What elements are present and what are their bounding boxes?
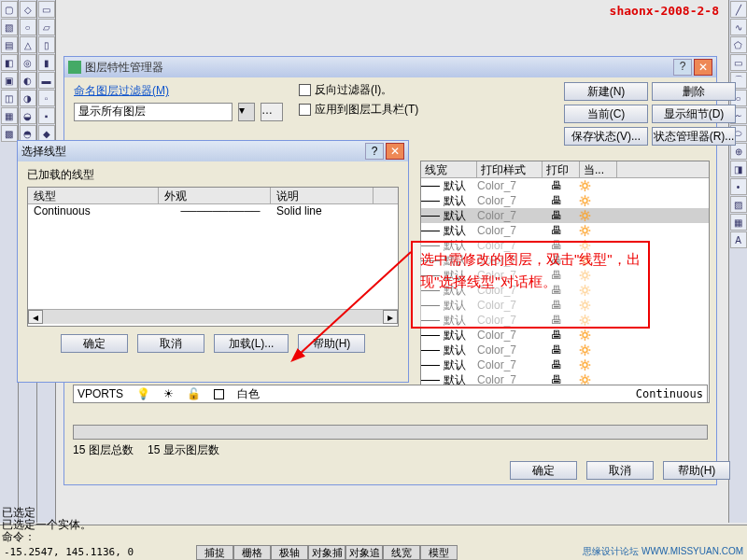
filter-combo[interactable]: 显示所有图层 (74, 103, 233, 121)
hatch-tool-icon[interactable]: ▨ (730, 196, 747, 213)
layer-row[interactable]: 默认Color_7🖶🔅 (421, 328, 709, 343)
linetype-row[interactable]: Continuous ────────── Solid line (28, 204, 398, 219)
tool-icon[interactable]: ◐ (20, 72, 36, 89)
tool-icon[interactable]: ◧ (1, 54, 18, 71)
color-name: 白色 (237, 386, 260, 402)
layer-row[interactable]: 默认Color_7🖶🔅 (421, 343, 709, 357)
tool-icon[interactable]: △ (20, 36, 36, 53)
layer-row[interactable]: 默认Color_7🖶🔅 (421, 178, 709, 193)
mode-toggle-极轴[interactable]: 极轴 (271, 545, 308, 560)
col-description[interactable]: 说明 (271, 188, 374, 203)
new-button[interactable]: 新建(N) (564, 82, 648, 101)
svg-line-0 (299, 252, 411, 355)
tool-icon[interactable]: ◫ (1, 90, 18, 106)
layer-action-buttons: 新建(N) 删除 当前(C) 显示细节(D) 保存状态(V)... 状态管理器(… (564, 82, 736, 146)
delete-button[interactable]: 删除 (652, 82, 736, 101)
ok-button[interactable]: 确定 (61, 334, 128, 353)
reverse-filter-checkbox[interactable] (299, 84, 311, 96)
help-button-icon[interactable]: ? (673, 59, 692, 76)
layer-dialog-titlebar[interactable]: 图层特性管理器 ? ✕ (64, 57, 716, 77)
layer-dialog-bottom-buttons: 确定 取消 帮助(H) (510, 461, 730, 480)
col-lineweight[interactable]: 线宽 (421, 161, 477, 177)
mode-toggle-线宽[interactable]: 线宽 (383, 545, 420, 560)
combo-dropdown-icon[interactable]: ▾ (238, 103, 255, 121)
horizontal-scrollbar[interactable] (73, 425, 708, 440)
watermark: shaonx-2008-2-8 (610, 4, 719, 18)
tool-icon[interactable]: ▮ (38, 54, 55, 71)
cmd-line: 已选定一个实体。 (2, 519, 684, 531)
tool-icon[interactable]: ◒ (20, 107, 36, 124)
tool-icon[interactable]: ▦ (1, 107, 18, 124)
help-button[interactable]: 帮助(H) (663, 461, 730, 480)
bulb-icon[interactable]: 💡 (136, 387, 150, 400)
scroll-left-icon[interactable]: ◂ (28, 310, 43, 324)
linetype-cell[interactable]: Continuous (636, 387, 703, 400)
help-button-icon[interactable]: ? (365, 143, 384, 160)
linetype-desc: Solid line (276, 204, 322, 219)
sun-icon[interactable]: ☀ (163, 387, 174, 400)
col-current[interactable]: 当... (580, 161, 617, 177)
mode-toggle-对象追踪[interactable]: 对象追踪 (345, 545, 383, 560)
layer-full-row[interactable]: VPORTS 💡 ☀ 🔓 白色 Continuous (73, 385, 708, 403)
mode-toggle-模型[interactable]: 模型 (420, 545, 458, 560)
rect-tool-icon[interactable]: ▭ (730, 54, 747, 71)
layer-row[interactable]: 默认Color_7🖶🔅 (421, 223, 709, 238)
cancel-button[interactable]: 取消 (586, 461, 654, 480)
polygon-tool-icon[interactable]: ⬠ (730, 36, 747, 53)
linetype-header[interactable]: 线型 外观 说明 (28, 188, 398, 204)
layer-row[interactable]: 默认Color_7🖶🔅 (421, 193, 709, 208)
cancel-button[interactable]: 取消 (137, 334, 204, 353)
tool-icon[interactable]: ▬ (38, 72, 55, 89)
close-icon[interactable]: ✕ (694, 59, 712, 76)
layer-dialog-title: 图层特性管理器 (85, 60, 163, 76)
layer-row[interactable]: 默认Color_7🖶🔅 (421, 357, 709, 372)
col-plotstyle[interactable]: 打印样式 (477, 161, 543, 177)
tool-icon[interactable]: ▤ (1, 36, 18, 53)
tool-icon[interactable]: ▫ (38, 90, 55, 106)
tool-icon[interactable]: ▧ (1, 19, 18, 35)
tool-icon[interactable]: ◑ (20, 90, 36, 106)
col-print[interactable]: 打印 (543, 161, 580, 177)
tool-icon[interactable]: ▩ (1, 125, 18, 142)
col-linetype[interactable]: 线型 (28, 188, 159, 203)
tool-icon[interactable]: ▭ (38, 1, 55, 18)
annotation-box: 选中需修改的图层，双击"线型"，出现"选择线型"对话框。 (411, 241, 650, 329)
ok-button[interactable]: 确定 (510, 461, 577, 480)
save-state-button[interactable]: 保存状态(V)... (564, 127, 648, 146)
layer-row[interactable]: 默认Color_7🖶🔅 (421, 208, 709, 223)
text-tool-icon[interactable]: A (730, 231, 747, 248)
color-swatch[interactable] (214, 389, 224, 399)
mode-toggle-捕捉[interactable]: 捕捉 (196, 545, 233, 560)
mode-toggle-对象捕捉[interactable]: 对象捕捉 (308, 545, 345, 560)
linetype-dialog-titlebar[interactable]: 选择线型 ? ✕ (18, 141, 408, 161)
details-button[interactable]: 显示细节(D) (652, 105, 736, 123)
named-filter-link[interactable]: 命名图层过滤器(M) (74, 83, 169, 99)
mode-toggle-栅格[interactable]: 栅格 (233, 545, 271, 560)
current-button[interactable]: 当前(C) (564, 105, 648, 123)
apply-toolbar-checkbox[interactable] (299, 104, 311, 116)
tool-icon[interactable]: ▪ (38, 107, 55, 124)
tool-icon[interactable]: ▢ (1, 1, 18, 18)
command-window[interactable]: 已选定 已选定一个实体。 命令： (2, 507, 684, 543)
polyline-tool-icon[interactable]: ∿ (730, 19, 747, 35)
line-tool-icon[interactable]: ╱ (730, 1, 747, 18)
region-tool-icon[interactable]: ▦ (730, 214, 747, 231)
filter-edit-button[interactable]: … (261, 103, 283, 121)
tool-icon[interactable]: ▯ (38, 36, 55, 53)
lock-icon[interactable]: 🔓 (187, 387, 201, 400)
cmd-line: 已选定 (2, 507, 684, 519)
col-appearance[interactable]: 外观 (159, 188, 271, 203)
layer-table-header[interactable]: 线宽 打印样式 打印 当... (421, 161, 709, 178)
block-tool-icon[interactable]: ◨ (730, 161, 747, 177)
tool-icon[interactable]: ○ (20, 19, 36, 35)
tool-icon[interactable]: ▱ (38, 19, 55, 35)
point-tool-icon[interactable]: • (730, 178, 747, 195)
tool-icon[interactable]: ◇ (20, 1, 36, 18)
load-button[interactable]: 加载(L)... (214, 334, 289, 353)
close-icon[interactable]: ✕ (386, 143, 404, 160)
state-manager-button[interactable]: 状态管理器(R)... (652, 127, 736, 146)
tool-icon[interactable]: ◎ (20, 54, 36, 71)
toolbar-column-1: ▢▧▤◧▣◫▦▩ (0, 0, 19, 523)
tool-icon[interactable]: ▣ (1, 72, 18, 89)
annotation-arrow (289, 243, 420, 364)
